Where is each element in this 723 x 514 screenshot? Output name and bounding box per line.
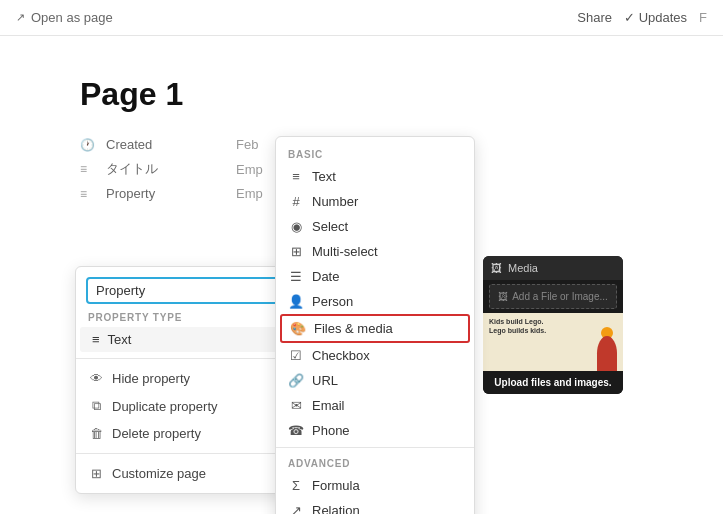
- type-email[interactable]: ✉ Email: [276, 393, 474, 418]
- title-value: Emp: [236, 162, 263, 177]
- checkbox-icon: ☑: [288, 348, 304, 363]
- type-person[interactable]: 👤 Person: [276, 289, 474, 314]
- list-icon-2: ≡: [80, 187, 96, 201]
- type-dropdown: BASIC ≡ Text # Number ◉ Select ⊞ Multi-s…: [275, 136, 475, 514]
- open-arrow-icon: ↗: [16, 11, 25, 24]
- formula-label: Formula: [312, 478, 360, 493]
- add-image-icon: 🖼: [498, 291, 508, 302]
- type-select[interactable]: ◉ Select: [276, 214, 474, 239]
- open-as-page-area[interactable]: ↗ Open as page: [16, 10, 113, 25]
- media-title: Media: [508, 262, 538, 274]
- select-label: Select: [312, 219, 348, 234]
- media-preview: 🖼 Media 🖼 Add a File or Image... Kids bu…: [483, 256, 623, 394]
- email-icon: ✉: [288, 398, 304, 413]
- lego-article-image: Kids build Lego.Lego builds kids.: [483, 313, 623, 371]
- files-media-label: Files & media: [314, 321, 393, 336]
- text-icon: ≡: [288, 169, 304, 184]
- main-content: Page 1 🕐 Created Feb ≡ タイトル Emp ≡ Proper…: [0, 36, 723, 249]
- top-bar: ↗ Open as page Share ✓ Updates F: [0, 0, 723, 36]
- media-add-area[interactable]: 🖼 Add a File or Image...: [489, 284, 617, 309]
- media-caption: Upload files and images.: [483, 371, 623, 394]
- files-media-icon: 🎨: [290, 321, 306, 336]
- type-multi-select[interactable]: ⊞ Multi-select: [276, 239, 474, 264]
- person-icon: 👤: [288, 294, 304, 309]
- advanced-section-label: ADVANCED: [276, 452, 474, 473]
- checkmark-icon: ✓: [624, 10, 639, 25]
- customize-icon: ⊞: [88, 466, 104, 481]
- duplicate-property-label: Duplicate property: [112, 399, 218, 414]
- phone-icon: ☎: [288, 423, 304, 438]
- url-icon: 🔗: [288, 373, 304, 388]
- formula-icon: Σ: [288, 478, 304, 493]
- list-icon-1: ≡: [80, 162, 96, 176]
- filter-button[interactable]: F: [699, 10, 707, 25]
- person-label: Person: [312, 294, 353, 309]
- relation-icon: ↗: [288, 503, 304, 514]
- add-file-text: Add a File or Image...: [512, 291, 608, 302]
- trash-icon: 🗑: [88, 426, 104, 441]
- eye-icon: 👁: [88, 371, 104, 386]
- property-type-value: Text: [108, 332, 132, 347]
- number-label: Number: [312, 194, 358, 209]
- type-relation[interactable]: ↗ Relation: [276, 498, 474, 514]
- created-label: Created: [106, 137, 226, 152]
- page-title: Page 1: [80, 76, 643, 113]
- clock-icon: 🕐: [80, 138, 96, 152]
- media-icon: 🖼: [491, 262, 502, 274]
- type-checkbox[interactable]: ☑ Checkbox: [276, 343, 474, 368]
- select-icon: ◉: [288, 219, 304, 234]
- date-icon: ☰: [288, 269, 304, 284]
- multi-select-label: Multi-select: [312, 244, 378, 259]
- type-date[interactable]: ☰ Date: [276, 264, 474, 289]
- lego-figure-body: [597, 336, 617, 371]
- title-label: タイトル: [106, 160, 226, 178]
- type-url[interactable]: 🔗 URL: [276, 368, 474, 393]
- text-label: Text: [312, 169, 336, 184]
- email-label: Email: [312, 398, 345, 413]
- type-number[interactable]: # Number: [276, 189, 474, 214]
- basic-section-label: BASIC: [276, 143, 474, 164]
- dropdown-divider: [276, 447, 474, 448]
- property-label: Property: [106, 186, 226, 201]
- type-phone[interactable]: ☎ Phone: [276, 418, 474, 443]
- lego-article-text: Kids build Lego.Lego builds kids.: [489, 317, 546, 335]
- top-bar-right: Share ✓ Updates F: [577, 10, 707, 25]
- hide-property-label: Hide property: [112, 371, 190, 386]
- url-label: URL: [312, 373, 338, 388]
- relation-label: Relation: [312, 503, 360, 514]
- duplicate-icon: ⧉: [88, 398, 104, 414]
- phone-label: Phone: [312, 423, 350, 438]
- type-formula[interactable]: Σ Formula: [276, 473, 474, 498]
- multi-select-icon: ⊞: [288, 244, 304, 259]
- checkbox-label: Checkbox: [312, 348, 370, 363]
- open-as-page-label[interactable]: Open as page: [31, 10, 113, 25]
- text-type-icon: ≡: [92, 332, 100, 347]
- updates-button[interactable]: ✓ Updates: [624, 10, 687, 25]
- media-header: 🖼 Media: [483, 256, 623, 280]
- type-files-media[interactable]: 🎨 Files & media: [280, 314, 470, 343]
- type-text[interactable]: ≡ Text: [276, 164, 474, 189]
- customize-page-label: Customize page: [112, 466, 206, 481]
- share-button[interactable]: Share: [577, 10, 612, 25]
- property-value: Emp: [236, 186, 263, 201]
- date-label: Date: [312, 269, 339, 284]
- created-value: Feb: [236, 137, 258, 152]
- delete-property-label: Delete property: [112, 426, 201, 441]
- number-icon: #: [288, 194, 304, 209]
